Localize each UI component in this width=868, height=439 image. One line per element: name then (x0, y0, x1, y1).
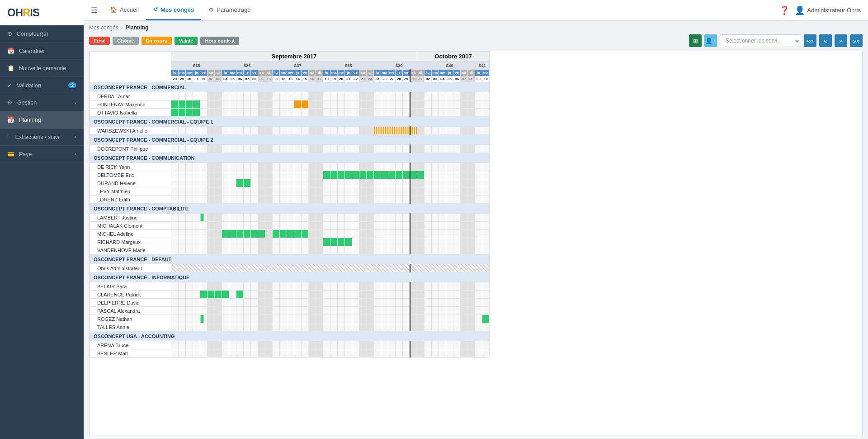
help-icon[interactable]: ❓ (779, 5, 789, 15)
person-name: MICHALAK Clement (90, 222, 171, 230)
tab-parametrage-label: Paramétrage (217, 6, 250, 13)
logo: OHRIS (0, 0, 84, 25)
person-name: LEVY Matthieu (90, 187, 171, 196)
sidebar-item-planning[interactable]: 📆 Planning (0, 111, 84, 129)
person-name: DELTOMBE Eric (90, 171, 171, 179)
legend-valide: Validé (175, 37, 198, 45)
table-row: LAMBERT Justine (90, 214, 490, 222)
accueil-icon: 🏠 (110, 6, 117, 13)
tab-accueil[interactable]: 🏠 Accueil (103, 0, 146, 20)
nouvelle-demande-icon: 📋 (7, 65, 14, 72)
person-name: ROGEZ Nathan (90, 315, 171, 323)
sidebar-label-compteur: Compteur(s) (17, 31, 48, 37)
breadcrumb-sep: › (121, 24, 123, 31)
person-name: DE RICK Yann (90, 163, 171, 171)
extractions-arrow: › (75, 134, 76, 139)
person-name: DERBAL Amar (90, 92, 171, 100)
validation-icon: ✓ (7, 82, 12, 89)
table-row: DERBAL Amar (90, 92, 490, 100)
tab-parametrage[interactable]: ⚙ Paramétrage (201, 0, 258, 20)
person-name: WARSZEWSKI Amelie (90, 127, 171, 135)
table-row: RICHARD Margaux (90, 238, 490, 246)
table-row: LEVY Matthieu (90, 187, 490, 196)
group-row: OSCONCEPT FRANCE - COMMERCIAL (90, 82, 490, 92)
sidebar-label-gestion: Gestion (17, 100, 37, 106)
legend-hors-contrat: Hors contrat (200, 37, 239, 45)
person-name: FONTENAY Maxence (90, 100, 171, 109)
person-name: OTTAVIO Isabella (90, 109, 171, 117)
hamburger-icon[interactable]: ☰ (91, 6, 97, 14)
person-name: DOCREPONT Philippe (90, 145, 171, 153)
nav-last-button[interactable]: »» (850, 34, 863, 47)
group-row: OSCONCEPT FRANCE - DÉFAUT (90, 254, 490, 264)
sidebar-item-nouvelle-demande[interactable]: 📋 Nouvelle demande (0, 60, 84, 77)
sidebar-item-paye[interactable]: 💳 Paye › (0, 146, 84, 163)
person-name: ARENA Bruce (90, 341, 171, 349)
sidebar-item-extractions[interactable]: ≡ Extractions / suivi › (0, 129, 84, 146)
paye-icon: 💳 (7, 151, 14, 157)
add-user-button[interactable]: 👤+ (704, 34, 717, 47)
parametrage-icon: ⚙ (208, 6, 214, 13)
breadcrumb: Mes congés › Planning (89, 24, 863, 31)
table-row: MICHALAK Clement (90, 222, 490, 230)
planning-container[interactable]: Septembre 2017Octobre 2017S35S36S37S38S3… (89, 51, 863, 435)
planning-icon: 📆 (7, 116, 14, 123)
group-row: OSCONCEPT FRANCE - COMMERCIAL - EQUIPE 1 (90, 117, 490, 127)
group-row: OSCONCEPT FRANCE - COMMUNICATION (90, 153, 490, 163)
group-row: OSCONCEPT USA - ACCOUNTING (90, 331, 490, 341)
person-name: RICHARD Margaux (90, 238, 171, 246)
table-row: TALLES Annie (90, 323, 490, 331)
table-row: DOCREPONT Philippe (90, 145, 490, 153)
table-row: ARENA Bruce (90, 341, 490, 349)
legend-chome: Chômé (113, 37, 138, 45)
table-row: PASCAL Alexandra (90, 307, 490, 315)
table-row: VANDENHOVE Marie (90, 246, 490, 254)
extractions-icon: ≡ (7, 134, 11, 140)
tab-mes-conges-label: Mes congés (160, 6, 194, 13)
toolbar-right: ⊞ 👤+ Sélectionner les servi... «« « » »» (689, 34, 863, 47)
mes-conges-icon: ↺ (153, 6, 158, 13)
sidebar-item-compteur[interactable]: ⊙ Compteur(s) (0, 25, 84, 43)
tab-accueil-label: Accueil (120, 6, 139, 13)
user-name: Administrateur Ohris (807, 7, 861, 14)
table-row: MICHEL Adeline (90, 230, 490, 238)
table-row: DE RICK Yann (90, 163, 490, 171)
table-row: Ohris Administrateur (90, 264, 490, 272)
person-name: LORENZ Edith (90, 196, 171, 204)
tab-mes-conges[interactable]: ↺ Mes congés (146, 0, 201, 20)
sidebar-label-paye: Paye (19, 151, 32, 157)
sidebar-label-validation: Validation (17, 82, 41, 89)
gestion-icon: ⚙ (7, 99, 13, 106)
nav-first-button[interactable]: «« (804, 34, 816, 47)
gestion-arrow: › (75, 100, 76, 105)
sidebar-label-extractions: Extractions / suivi (15, 134, 59, 140)
person-name: PASCAL Alexandra (90, 307, 171, 315)
person-name: DELPIERRE David (90, 299, 171, 307)
table-row: OTTAVIO Isabella (90, 109, 490, 117)
person-name: CLARENCE Patrick (90, 291, 171, 299)
service-select[interactable]: Sélectionner les servi... (720, 34, 801, 47)
person-name: MICHEL Adeline (90, 230, 171, 238)
content-area: Mes congés › Planning Férié Chômé En cou… (84, 21, 868, 439)
person-name: Ohris Administrateur (90, 264, 171, 272)
user-info: 👤 Administrateur Ohris (795, 5, 861, 15)
person-name: DURAND Helene (90, 179, 171, 187)
sidebar-label-calendrier: Calendrier (19, 48, 45, 54)
sidebar-label-planning: Planning (19, 117, 41, 123)
user-avatar-icon: 👤 (795, 5, 805, 15)
toolbar: Férié Chômé En cours Validé Hors contrat… (89, 34, 863, 47)
breadcrumb-item-1: Planning (126, 24, 149, 31)
table-row: DELPIERRE David (90, 299, 490, 307)
person-name: VANDENHOVE Marie (90, 246, 171, 254)
nav-next-button[interactable]: » (835, 34, 847, 47)
table-row: BESLER Matt (90, 349, 490, 358)
sidebar-item-validation[interactable]: ✓ Validation 2 (0, 77, 84, 94)
person-name: LAMBERT Justine (90, 214, 171, 222)
group-row: OSCONCEPT FRANCE - COMMERCIAL - EQUIPE 2 (90, 135, 490, 145)
sidebar-item-gestion[interactable]: ⚙ Gestion › (0, 94, 84, 111)
sidebar-item-calendrier[interactable]: 📅 Calendrier (0, 43, 84, 60)
nav-prev-button[interactable]: « (819, 34, 832, 47)
export-excel-button[interactable]: ⊞ (689, 34, 702, 47)
legend-en-cours: En cours (142, 37, 172, 45)
table-row: BELKIR Sara (90, 282, 490, 291)
